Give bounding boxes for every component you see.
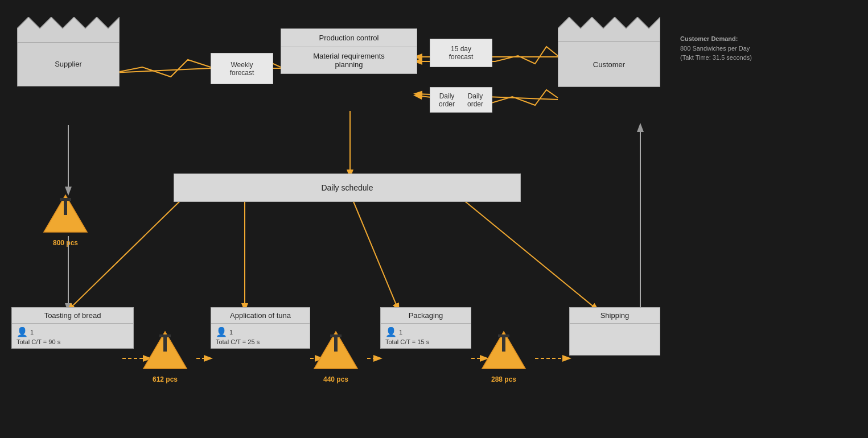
- svg-line-6: [350, 193, 398, 310]
- customer-demand-title: Customer Demand:: [680, 35, 738, 42]
- svg-rect-18: [60, 198, 71, 201]
- application-bottom: 👤 1 Total C/T = 25 s: [211, 324, 310, 348]
- inventory-800: 800 pcs: [43, 191, 88, 247]
- svg-rect-20: [163, 336, 167, 352]
- svg-rect-24: [330, 334, 342, 337]
- svg-rect-27: [498, 334, 509, 337]
- packaging-bottom: 👤 1 Total C/T = 15 s: [381, 324, 471, 348]
- inventory-288: 288 pcs: [481, 327, 526, 383]
- fifteen-day-label: 15 day forecast: [449, 45, 474, 61]
- application-workers: 1: [229, 329, 233, 336]
- shipping-title: Shipping: [570, 308, 660, 324]
- application-process: Application of tuna 👤 1 Total C/T = 25 s: [211, 307, 310, 349]
- daily-schedule-box: Daily schedule: [174, 173, 521, 202]
- inventory-800-label: 800 pcs: [53, 239, 78, 247]
- inventory-612-label: 612 pcs: [153, 375, 178, 383]
- packaging-cycle-time: Total C/T = 15 s: [385, 338, 466, 345]
- customer-label: Customer: [558, 42, 660, 87]
- weekly-forecast-label: Weekly forecast: [230, 61, 254, 77]
- svg-marker-14: [17, 17, 120, 43]
- weekly-forecast-box: Weekly forecast: [211, 53, 273, 84]
- customer-demand-line2: (Takt Time: 31.5 seconds): [680, 53, 752, 63]
- customer-demand-box: Customer Demand: 800 Sandwiches per Day …: [680, 34, 752, 63]
- prod-control-title: Production control: [281, 29, 417, 47]
- application-worker-icon: 👤: [216, 327, 227, 337]
- svg-line-7: [455, 193, 598, 310]
- inventory-440-label: 440 pcs: [323, 375, 348, 383]
- application-cycle-time: Total C/T = 25 s: [216, 338, 305, 345]
- svg-rect-21: [159, 334, 171, 337]
- daily-schedule-label: Daily schedule: [321, 183, 373, 192]
- customer-factory: Customer: [558, 17, 660, 87]
- toasting-title: Toasting of bread: [12, 308, 133, 324]
- customer-demand-line1: 800 Sandwiches per Day: [680, 44, 752, 53]
- toasting-worker-icon: 👤: [17, 327, 28, 337]
- inventory-440: 440 pcs: [313, 327, 359, 383]
- toasting-workers: 1: [30, 329, 34, 336]
- toasting-process: Toasting of bread 👤 1 Total C/T = 90 s: [11, 307, 134, 349]
- shipping-bottom: [570, 324, 660, 355]
- inventory-288-label: 288 pcs: [491, 375, 516, 383]
- supplier-label: Supplier: [17, 41, 120, 86]
- packaging-title: Packaging: [381, 308, 471, 324]
- svg-rect-23: [334, 336, 338, 352]
- supplier-factory: Supplier: [17, 17, 120, 86]
- packaging-workers: 1: [399, 329, 402, 336]
- svg-marker-15: [558, 17, 660, 43]
- application-title: Application of tuna: [211, 308, 310, 324]
- svg-rect-17: [64, 199, 67, 215]
- toasting-cycle-time: Total C/T = 90 s: [17, 338, 129, 345]
- daily-order-label: Daily order: [433, 92, 461, 108]
- packaging-process: Packaging 👤 1 Total C/T = 15 s: [380, 307, 471, 349]
- svg-rect-26: [502, 336, 505, 352]
- production-control-box: Production control Material requirements…: [281, 28, 417, 74]
- packaging-worker-icon: 👤: [385, 327, 397, 337]
- daily-order-box: Daily orderDaily order: [430, 87, 492, 113]
- inventory-612: 612 pcs: [142, 327, 188, 383]
- toasting-bottom: 👤 1 Total C/T = 90 s: [12, 324, 133, 348]
- shipping-process: Shipping: [569, 307, 660, 356]
- prod-control-subtitle: Material requirementsplanning: [281, 47, 417, 73]
- fifteen-day-box: 15 day forecast: [430, 39, 492, 67]
